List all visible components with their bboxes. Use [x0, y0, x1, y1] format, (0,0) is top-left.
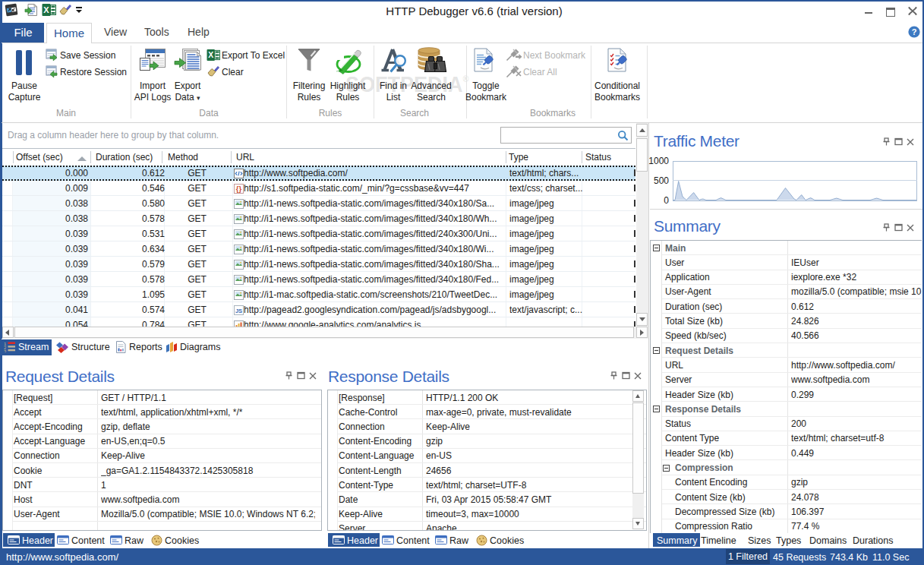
svg-text:{}: {}	[235, 185, 241, 193]
svg-text:X: X	[208, 51, 213, 59]
svg-text:?: ?	[912, 27, 917, 36]
svg-text:JS: JS	[235, 307, 241, 314]
svg-text:3: 3	[4, 349, 7, 352]
